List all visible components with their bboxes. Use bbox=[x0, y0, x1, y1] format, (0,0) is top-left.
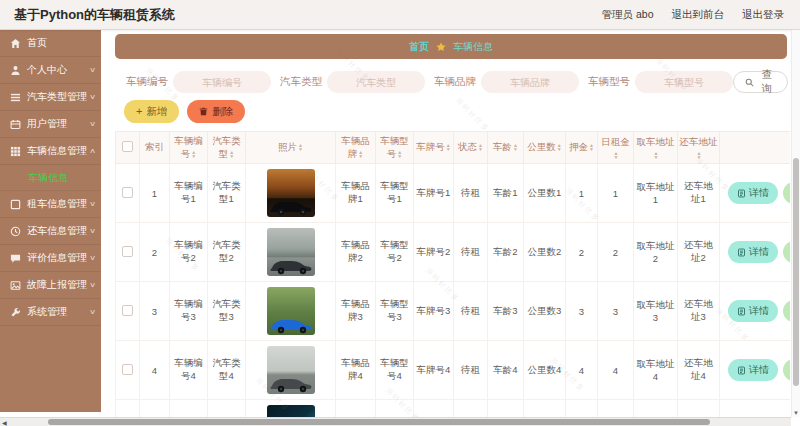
cell-dropoff: 还车地址1 bbox=[678, 164, 720, 223]
sidebar-item-label: 首页 bbox=[27, 36, 47, 50]
breadcrumb-home-link[interactable]: 首页 bbox=[409, 40, 429, 54]
vertical-scrollbar-thumb[interactable] bbox=[793, 158, 799, 386]
column-header-4[interactable]: 车辆品牌▲▼ bbox=[336, 132, 376, 164]
sort-icon[interactable]: ▲▼ bbox=[697, 151, 702, 159]
cell-no: 车辆编号4 bbox=[170, 341, 208, 400]
vehicle-table: 索引车辆编号▲▼汽车类型▲▼照片▲▼车辆品牌▲▼车辆型号▲▼车牌号▲▼状态▲▼车… bbox=[115, 131, 790, 426]
sidebar-item-8[interactable]: 故障上报管理∨ bbox=[0, 272, 101, 299]
cell-text-plate: 车牌号3 bbox=[417, 305, 451, 316]
logout-link[interactable]: 退出登录 bbox=[742, 8, 784, 22]
column-header-7[interactable]: 状态▲▼ bbox=[454, 132, 488, 164]
detail-button[interactable]: 详情 bbox=[728, 359, 778, 381]
column-header-10[interactable]: 押金▲▼ bbox=[566, 132, 598, 164]
sidebar-item-2[interactable]: 汽车类型管理∨ bbox=[0, 84, 101, 111]
sort-icon[interactable]: ▲▼ bbox=[513, 143, 518, 151]
column-header-label: 押金 bbox=[569, 141, 588, 152]
cell-text-idx: 4 bbox=[152, 365, 157, 376]
select-all-header[interactable] bbox=[116, 132, 140, 164]
sidebar-item-0[interactable]: 首页 bbox=[0, 30, 101, 57]
cell-plate: 车牌号4 bbox=[414, 341, 454, 400]
sort-icon[interactable]: ▲▼ bbox=[298, 143, 303, 151]
detail-button[interactable]: 详情 bbox=[728, 241, 778, 263]
column-header-5[interactable]: 车辆型号▲▼ bbox=[376, 132, 414, 164]
cell-text-deposit: 2 bbox=[579, 247, 584, 258]
sidebar-item-label: 还车信息管理 bbox=[27, 224, 87, 238]
cell-text-idx: 2 bbox=[152, 247, 157, 258]
filter-input-0[interactable] bbox=[173, 71, 271, 93]
column-header-0[interactable]: 索引 bbox=[140, 132, 170, 164]
column-header-13[interactable]: 还车地址▲▼ bbox=[678, 132, 720, 164]
cell-text-dropoff: 还车地址1 bbox=[684, 180, 713, 204]
clipped-action-button[interactable] bbox=[783, 241, 790, 263]
sidebar-item-9[interactable]: 系统管理∨ bbox=[0, 299, 101, 326]
clipped-action-button[interactable] bbox=[783, 300, 790, 322]
row-checkbox[interactable] bbox=[122, 187, 133, 198]
column-header-1[interactable]: 车辆编号▲▼ bbox=[170, 132, 208, 164]
horizontal-scrollbar-thumb[interactable] bbox=[48, 419, 710, 425]
filter-input-2[interactable] bbox=[481, 71, 579, 93]
sort-icon[interactable]: ▲▼ bbox=[191, 150, 196, 158]
chevron-down-icon: ∨ bbox=[89, 66, 96, 74]
clipped-action-button[interactable] bbox=[783, 359, 790, 381]
sort-icon[interactable]: ▲▼ bbox=[397, 150, 402, 158]
row-checkbox[interactable] bbox=[122, 364, 133, 375]
column-header-9[interactable]: 公里数▲▼ bbox=[524, 132, 566, 164]
sort-icon[interactable]: ▲▼ bbox=[557, 143, 562, 151]
scroll-left-arrow-icon[interactable]: ◀ bbox=[2, 419, 7, 426]
filter-label-1: 汽车类型 bbox=[280, 75, 322, 89]
horizontal-scrollbar[interactable]: ◀ bbox=[0, 417, 791, 426]
filter-input-3[interactable] bbox=[635, 71, 733, 93]
detail-button[interactable]: 详情 bbox=[728, 182, 778, 204]
column-header-6[interactable]: 车牌号▲▼ bbox=[414, 132, 454, 164]
sort-icon[interactable]: ▲▼ bbox=[654, 151, 659, 159]
sidebar-item-7[interactable]: 评价信息管理∨ bbox=[0, 245, 101, 272]
column-header-8[interactable]: 车龄▲▼ bbox=[488, 132, 524, 164]
cell-km: 公里数3 bbox=[524, 282, 566, 341]
select-all-checkbox[interactable] bbox=[122, 141, 133, 152]
cell-text-idx: 1 bbox=[152, 188, 157, 199]
row-actions: 详情 bbox=[722, 241, 790, 263]
clipped-action-button[interactable] bbox=[783, 182, 790, 204]
row-checkbox[interactable] bbox=[122, 246, 133, 257]
cell-text-no: 车辆编号2 bbox=[174, 239, 203, 263]
sidebar-subitem-车辆信息[interactable]: 车辆信息 bbox=[0, 165, 101, 191]
add-button[interactable]: + 新增 bbox=[124, 100, 179, 123]
breadcrumb-current: 车辆信息 bbox=[453, 40, 493, 54]
scroll-down-arrow-icon[interactable]: ▼ bbox=[793, 410, 799, 416]
cell-text-dropoff: 还车地址3 bbox=[684, 298, 713, 322]
cell-text-model: 车辆型号3 bbox=[380, 298, 409, 322]
column-header-3[interactable]: 照片▲▼ bbox=[246, 132, 336, 164]
row-actions: 详情 bbox=[722, 300, 790, 322]
column-header-11[interactable]: 日租金▲▼ bbox=[598, 132, 634, 164]
user-icon bbox=[10, 65, 21, 76]
sidebar-item-4[interactable]: 车辆信息管理∧ bbox=[0, 138, 101, 165]
sidebar-item-5[interactable]: 租车信息管理∨ bbox=[0, 191, 101, 218]
vertical-scrollbar[interactable]: ▼ bbox=[791, 30, 800, 417]
column-header-2[interactable]: 汽车类型▲▼ bbox=[208, 132, 246, 164]
sort-icon[interactable]: ▲▼ bbox=[446, 143, 451, 151]
sidebar-item-1[interactable]: 个人中心∨ bbox=[0, 57, 101, 84]
sort-icon[interactable]: ▲▼ bbox=[614, 151, 619, 159]
sort-icon[interactable]: ▲▼ bbox=[589, 143, 594, 151]
cell-photo bbox=[246, 164, 336, 223]
filter-input-1[interactable] bbox=[327, 71, 425, 93]
cell-rent: 2 bbox=[598, 223, 634, 282]
row-checkbox[interactable] bbox=[122, 305, 133, 316]
cell-deposit: 2 bbox=[566, 223, 598, 282]
add-button-label: 新增 bbox=[146, 105, 167, 119]
admin-user-label[interactable]: 管理员 abo bbox=[602, 8, 654, 22]
delete-button[interactable]: 删除 bbox=[187, 100, 245, 123]
cell-text-idx: 3 bbox=[152, 306, 157, 317]
cell-dropoff: 还车地址3 bbox=[678, 282, 720, 341]
sort-icon[interactable]: ▲▼ bbox=[478, 143, 483, 151]
cell-type: 汽车类型3 bbox=[208, 282, 246, 341]
query-button[interactable]: 查询 bbox=[733, 71, 788, 93]
sidebar-item-3[interactable]: 用户管理∨ bbox=[0, 111, 101, 138]
sort-icon[interactable]: ▲▼ bbox=[229, 150, 234, 158]
sort-icon[interactable]: ▲▼ bbox=[358, 150, 363, 158]
sidebar-item-label: 评价信息管理 bbox=[27, 251, 87, 265]
detail-button[interactable]: 详情 bbox=[728, 300, 778, 322]
exit-to-front-link[interactable]: 退出到前台 bbox=[672, 8, 725, 22]
sidebar-item-6[interactable]: 还车信息管理∨ bbox=[0, 218, 101, 245]
column-header-12[interactable]: 取车地址▲▼ bbox=[634, 132, 678, 164]
